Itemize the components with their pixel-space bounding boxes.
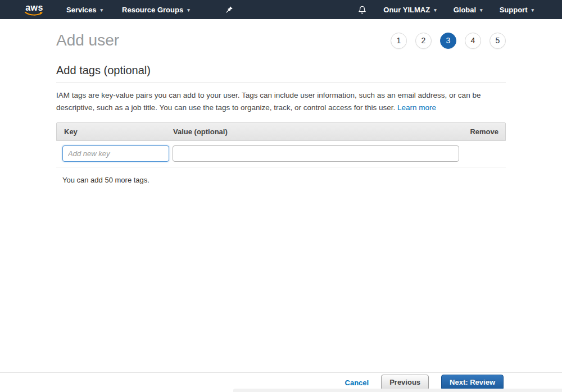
previous-button[interactable]: Previous <box>381 375 429 390</box>
resource-groups-menu[interactable]: Resource Groups ▾ <box>122 6 190 14</box>
tag-key-input[interactable] <box>62 145 169 162</box>
bottom-feedback-bar-edge <box>233 389 562 392</box>
chevron-down-icon: ▾ <box>101 7 103 13</box>
navbar-left-menu: Services ▾ Resource Groups ▾ <box>66 6 233 14</box>
region-menu[interactable]: Global ▾ <box>454 6 483 14</box>
cancel-link[interactable]: Cancel <box>345 379 369 387</box>
section-heading: Add tags (optional) <box>56 64 506 83</box>
value-cell <box>173 145 506 162</box>
pin-icon <box>225 6 233 14</box>
services-menu[interactable]: Services ▾ <box>66 6 103 14</box>
column-header-remove: Remove <box>455 127 505 136</box>
page-header: Add user 1 2 3 4 5 <box>56 31 506 49</box>
tags-table-header: Key Value (optional) Remove <box>56 122 506 141</box>
tag-input-row <box>56 141 506 167</box>
bell-icon <box>358 5 366 15</box>
wizard-step-5: 5 <box>490 33 506 49</box>
wizard-step-indicator: 1 2 3 4 5 <box>391 33 506 49</box>
key-cell <box>56 145 173 162</box>
column-header-key: Key <box>57 127 173 136</box>
remaining-tags-note: You can add 50 more tags. <box>62 176 506 184</box>
wizard-step-3-active: 3 <box>440 33 456 49</box>
wizard-step-1: 1 <box>391 33 407 49</box>
chevron-down-icon: ▾ <box>434 7 437 13</box>
main-content: Add user 1 2 3 4 5 Add tags (optional) I… <box>56 31 506 184</box>
account-menu-label: Onur YILMAZ <box>383 6 430 14</box>
support-menu-label: Support <box>500 6 528 14</box>
aws-logo-swoosh-icon <box>25 11 44 16</box>
tags-table: Key Value (optional) Remove You can add … <box>56 122 506 184</box>
aws-logo[interactable]: aws <box>25 3 44 16</box>
top-navbar: aws Services ▾ Resource Groups ▾ <box>0 0 562 19</box>
column-header-value: Value (optional) <box>173 127 455 136</box>
aws-console-page: aws Services ▾ Resource Groups ▾ <box>0 0 562 392</box>
page-title: Add user <box>56 31 119 49</box>
pin-shortcut-button[interactable] <box>225 6 233 14</box>
tag-value-input[interactable] <box>173 145 459 162</box>
wizard-step-4: 4 <box>465 33 481 49</box>
wizard-step-2: 2 <box>415 33 432 49</box>
chevron-down-icon: ▾ <box>531 7 534 13</box>
chevron-down-icon: ▾ <box>187 7 190 13</box>
region-menu-label: Global <box>454 6 476 14</box>
account-menu[interactable]: Onur YILMAZ ▾ <box>383 6 436 14</box>
learn-more-link[interactable]: Learn more <box>397 103 436 112</box>
resource-groups-menu-label: Resource Groups <box>122 6 183 14</box>
services-menu-label: Services <box>66 6 97 14</box>
navbar-right-menu: Onur YILMAZ ▾ Global ▾ Support ▾ <box>358 5 562 15</box>
support-menu[interactable]: Support ▾ <box>500 6 534 14</box>
notifications-button[interactable] <box>358 5 366 15</box>
section-description: IAM tags are key-value pairs you can add… <box>56 89 506 115</box>
next-review-button[interactable]: Next: Review <box>441 375 504 390</box>
chevron-down-icon: ▾ <box>480 7 483 13</box>
